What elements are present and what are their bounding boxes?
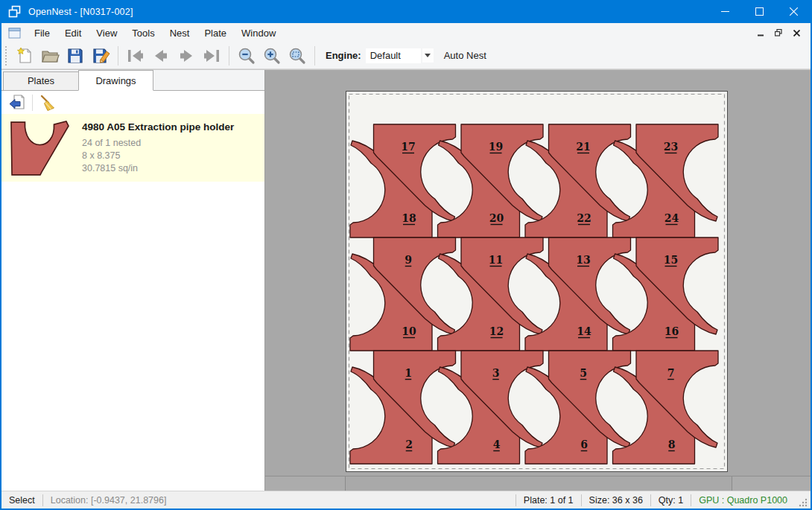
status-qty: Qty: 1: [651, 495, 691, 506]
drawing-list-item[interactable]: 4980 A05 Extraction pipe holder 24 of 1 …: [1, 114, 264, 182]
zoom-in-button[interactable]: [259, 45, 285, 67]
drawing-size: 8 x 8.375: [82, 150, 234, 162]
status-size: Size: 36 x 36: [582, 495, 650, 506]
part-number-label: 23: [664, 141, 678, 153]
mdi-close-icon: [793, 30, 800, 36]
zoom-out-icon: [238, 47, 256, 65]
part-number-label: 22: [577, 212, 591, 224]
menubar: FileEditViewToolsNestPlateWindow: [1, 23, 811, 42]
menu-window[interactable]: Window: [234, 25, 283, 42]
mdi-close-button[interactable]: [788, 25, 805, 40]
part-number-label: 8: [668, 439, 676, 450]
status-plate: Plate: 1 of 1: [516, 495, 581, 506]
drawing-area: 30.7815 sq/in: [82, 162, 234, 175]
nav-first-icon: [126, 48, 145, 64]
open-file-button[interactable]: [37, 45, 63, 67]
mdi-minimize-icon: [758, 30, 764, 36]
status-mode: Select: [1, 495, 42, 506]
zoom-fit-icon: [288, 47, 306, 65]
part-pair: 2324: [613, 124, 719, 238]
nest-canvas[interactable]: 171819202122232491011121314151612345678: [265, 70, 811, 491]
import-drawing-icon: [8, 94, 26, 112]
status-location: Location: [-0.9437, 21.8796]: [43, 495, 174, 506]
plate[interactable]: 171819202122232491011121314151612345678: [346, 91, 728, 472]
part-number-label: 24: [664, 212, 679, 224]
nav-first-button[interactable]: [123, 45, 148, 67]
menu-tools[interactable]: Tools: [124, 25, 162, 42]
nav-next-button[interactable]: [174, 45, 199, 67]
part-number-label: 3: [492, 367, 500, 379]
part-number-label: 12: [489, 325, 504, 337]
part-number-label: 16: [664, 325, 679, 337]
broom-icon: [39, 94, 57, 112]
main-toolbar: Engine: Default Auto Nest: [1, 42, 811, 69]
zoom-fit-button[interactable]: [285, 45, 310, 67]
new-file-button[interactable]: [12, 45, 37, 67]
zoom-out-button[interactable]: [234, 45, 259, 67]
maximize-button[interactable]: [742, 0, 776, 23]
close-button[interactable]: [776, 0, 811, 23]
tab-drawings[interactable]: Drawings: [78, 70, 153, 91]
menu-edit[interactable]: Edit: [57, 25, 89, 42]
tab-plates[interactable]: Plates: [3, 71, 78, 91]
part-number-label: 5: [580, 367, 587, 379]
part-number-label: 7: [667, 367, 675, 379]
chevron-down-icon: [425, 54, 431, 57]
maximize-icon: [755, 7, 764, 16]
titlebar: OpenNest - [N0317-002]: [1, 0, 811, 23]
engine-combobox[interactable]: Default: [366, 48, 434, 63]
part-pair: 78: [613, 351, 719, 464]
part-number-label: 2: [405, 439, 413, 450]
menu-file[interactable]: File: [27, 25, 57, 42]
part-thumbnail: [7, 120, 73, 178]
resize-grip[interactable]: [798, 497, 808, 508]
nav-last-button[interactable]: [199, 45, 224, 67]
save-as-icon: [92, 47, 110, 65]
minimize-icon: [721, 7, 729, 16]
part-number-label: 20: [489, 212, 504, 224]
mdi-restore-button[interactable]: [770, 25, 787, 40]
sidebar: Plates Drawings: [1, 70, 265, 491]
engine-dropdown-button[interactable]: [422, 48, 434, 63]
drawing-title: 4980 A05 Extraction pipe holder: [82, 121, 234, 133]
save-as-button[interactable]: [88, 45, 113, 67]
close-icon: [790, 7, 798, 16]
open-folder-icon: [41, 47, 60, 65]
menu-plate[interactable]: Plate: [197, 25, 234, 42]
menu-nest[interactable]: Nest: [162, 25, 197, 42]
drawing-nested-count: 24 of 1 nested: [82, 137, 234, 150]
clean-drawings-button[interactable]: [37, 92, 59, 112]
nav-last-icon: [202, 48, 221, 64]
part-number-label: 19: [489, 141, 503, 153]
zoom-in-icon: [263, 47, 281, 65]
nav-prev-button[interactable]: [148, 45, 174, 67]
mdi-document-icon[interactable]: [8, 28, 21, 39]
part-number-label: 6: [580, 439, 588, 450]
part-number-label: 14: [577, 325, 591, 337]
part-number-label: 17: [401, 141, 415, 153]
horizontal-scrollbar-thumb[interactable]: [345, 476, 732, 491]
part-number-label: 9: [405, 254, 412, 266]
menu-view[interactable]: View: [89, 25, 124, 42]
part-number-label: 18: [402, 212, 416, 224]
part-number-label: 13: [576, 254, 590, 266]
window-title: OpenNest - [N0317-002]: [28, 7, 133, 17]
save-button[interactable]: [63, 45, 88, 67]
sidebar-tabstrip: Plates Drawings: [1, 70, 264, 91]
import-drawing-button[interactable]: [6, 92, 28, 112]
part-pair: 1516: [613, 238, 719, 351]
minimize-button[interactable]: [708, 0, 742, 23]
status-gpu: GPU : Quadro P1000: [691, 495, 795, 506]
part-number-label: 11: [489, 254, 503, 266]
engine-value[interactable]: Default: [366, 48, 421, 63]
save-icon: [66, 47, 84, 65]
toolbar-grip[interactable]: [5, 46, 7, 66]
horizontal-scrollbar[interactable]: [265, 476, 811, 491]
mdi-minimize-button[interactable]: [752, 25, 769, 40]
drawings-toolbar: [1, 91, 264, 114]
nav-next-icon: [177, 48, 196, 64]
part-number-label: 15: [664, 254, 678, 266]
auto-nest-button[interactable]: Auto Nest: [444, 50, 486, 61]
mdi-restore-icon: [775, 29, 782, 36]
part-number-label: 4: [493, 439, 501, 450]
